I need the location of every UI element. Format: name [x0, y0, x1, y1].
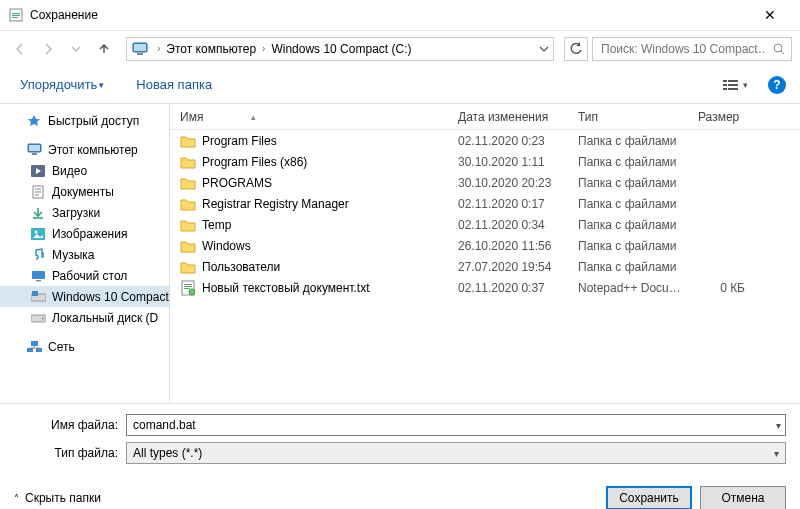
view-options-button[interactable]: ▾ — [719, 75, 752, 95]
filename-field[interactable]: ▾ — [126, 414, 786, 436]
svg-rect-25 — [31, 228, 45, 240]
save-button[interactable]: Сохранить — [606, 486, 692, 509]
folder-icon — [180, 133, 196, 149]
text-file-icon — [180, 280, 196, 296]
file-name: Program Files (x86) — [202, 155, 307, 169]
filetype-label: Тип файла: — [14, 446, 126, 460]
search-input[interactable] — [599, 41, 767, 57]
file-date: 30.10.2020 1:11 — [450, 155, 570, 169]
sidebar-item-drive-c[interactable]: Windows 10 Compact — [0, 286, 169, 307]
column-header-size[interactable]: Размер — [690, 110, 800, 124]
svg-rect-40 — [184, 286, 192, 287]
file-name: Пользователи — [202, 260, 280, 274]
sidebar-item-network[interactable]: Сеть — [0, 336, 169, 357]
sidebar-item-this-pc[interactable]: Этот компьютер — [0, 139, 169, 160]
file-row[interactable]: Program Files02.11.2020 0:23Папка с файл… — [170, 130, 800, 151]
file-name: PROGRAMS — [202, 176, 272, 190]
svg-rect-10 — [728, 80, 738, 82]
sidebar-item-desktop[interactable]: Рабочий стол — [0, 265, 169, 286]
file-row[interactable]: Temp02.11.2020 0:34Папка с файлами — [170, 214, 800, 235]
new-folder-button[interactable]: Новая папка — [130, 73, 218, 96]
file-row[interactable]: Program Files (x86)30.10.2020 1:11Папка … — [170, 151, 800, 172]
star-icon — [26, 113, 42, 129]
chevron-up-icon: ˄ — [14, 493, 19, 504]
chevron-down-icon[interactable]: ▾ — [776, 420, 781, 431]
drive-icon — [30, 289, 46, 305]
svg-point-26 — [35, 230, 38, 233]
sidebar: Быстрый доступ Этот компьютер Видео Доку… — [0, 104, 170, 403]
folder-icon — [180, 217, 196, 233]
file-row[interactable]: PROGRAMS30.10.2020 20:23Папка с файлами — [170, 172, 800, 193]
column-header-date[interactable]: Дата изменения — [450, 110, 570, 124]
network-icon — [26, 339, 42, 355]
file-row[interactable]: Registrar Registry Manager02.11.2020 0:1… — [170, 193, 800, 214]
file-date: 27.07.2020 19:54 — [450, 260, 570, 274]
music-icon — [30, 247, 46, 263]
folder-icon — [180, 259, 196, 275]
svg-rect-11 — [723, 84, 727, 86]
search-icon — [773, 43, 785, 55]
file-type: Папка с файлами — [570, 155, 690, 169]
breadcrumb-dropdown[interactable] — [539, 44, 549, 54]
svg-rect-5 — [134, 44, 146, 51]
sidebar-item-drive-d[interactable]: Локальный диск (D — [0, 307, 169, 328]
filename-input[interactable] — [131, 417, 776, 433]
file-row[interactable]: Windows26.10.2020 11:56Папка с файлами — [170, 235, 800, 256]
file-type: Папка с файлами — [570, 260, 690, 274]
document-icon — [30, 184, 46, 200]
folder-icon — [180, 196, 196, 212]
folder-icon — [180, 154, 196, 170]
desktop-icon — [30, 268, 46, 284]
file-type: Папка с файлами — [570, 134, 690, 148]
file-row[interactable]: Новый текстовый документ.txt02.11.2020 0… — [170, 277, 800, 298]
hide-folders-link[interactable]: ˄ Скрыть папки — [14, 491, 101, 505]
video-icon — [30, 163, 46, 179]
column-header-name[interactable]: Имя ▴ — [170, 110, 450, 124]
svg-rect-27 — [32, 271, 45, 279]
sidebar-item-music[interactable]: Музыка — [0, 244, 169, 265]
file-type: Папка с файлами — [570, 197, 690, 211]
breadcrumb-item[interactable]: Этот компьютер — [164, 42, 258, 56]
svg-line-8 — [781, 51, 784, 54]
svg-rect-35 — [36, 348, 42, 352]
file-type: Notepad++ Docu… — [570, 281, 690, 295]
refresh-button[interactable] — [564, 37, 588, 61]
file-size: 0 КБ — [690, 281, 800, 295]
svg-point-42 — [189, 289, 195, 295]
up-button[interactable] — [92, 37, 116, 61]
svg-point-32 — [42, 317, 44, 319]
search-box[interactable] — [592, 37, 792, 61]
close-button[interactable]: ✕ — [750, 7, 790, 23]
sidebar-item-videos[interactable]: Видео — [0, 160, 169, 181]
column-header-type[interactable]: Тип — [570, 110, 690, 124]
filetype-select[interactable]: All types (*.*) ▾ — [126, 442, 786, 464]
chevron-down-icon: ▾ — [743, 80, 748, 90]
sort-asc-icon: ▴ — [251, 112, 256, 122]
svg-rect-13 — [723, 88, 727, 90]
sidebar-item-documents[interactable]: Документы — [0, 181, 169, 202]
back-button[interactable] — [8, 37, 32, 61]
svg-rect-14 — [728, 88, 738, 90]
breadcrumb[interactable]: › Этот компьютер › Windows 10 Compact (C… — [126, 37, 554, 61]
sidebar-item-pictures[interactable]: Изображения — [0, 223, 169, 244]
recent-button[interactable] — [64, 37, 88, 61]
pc-icon — [131, 40, 149, 58]
file-date: 02.11.2020 0:17 — [450, 197, 570, 211]
organize-button[interactable]: Упорядочить ▾ — [14, 73, 110, 96]
file-type: Папка с файлами — [570, 218, 690, 232]
sidebar-item-downloads[interactable]: Загрузки — [0, 202, 169, 223]
svg-rect-17 — [32, 153, 37, 155]
svg-rect-9 — [723, 80, 727, 82]
help-button[interactable]: ? — [768, 76, 786, 94]
breadcrumb-item[interactable]: Windows 10 Compact (C:) — [269, 42, 413, 56]
sidebar-item-quick-access[interactable]: Быстрый доступ — [0, 110, 169, 131]
folder-icon — [180, 175, 196, 191]
svg-rect-41 — [184, 288, 190, 289]
file-row[interactable]: Пользователи27.07.2020 19:54Папка с файл… — [170, 256, 800, 277]
file-name: Temp — [202, 218, 231, 232]
svg-rect-30 — [32, 291, 38, 296]
forward-button[interactable] — [36, 37, 60, 61]
svg-rect-28 — [36, 280, 41, 282]
cancel-button[interactable]: Отмена — [700, 486, 786, 509]
svg-rect-3 — [12, 17, 18, 18]
